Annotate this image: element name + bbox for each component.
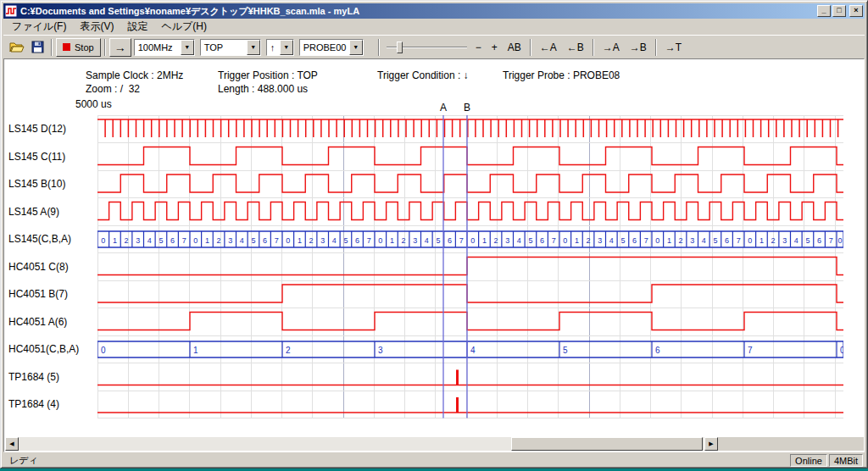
- svg-text:4: 4: [425, 236, 429, 245]
- scrollbar-filler: [718, 437, 864, 451]
- dropdown-arrow-icon[interactable]: ▼: [349, 40, 363, 55]
- svg-text:4: 4: [147, 236, 152, 245]
- menu-item-help[interactable]: ヘルプ(H): [154, 18, 214, 36]
- goto-a-back-button[interactable]: ←A: [535, 39, 562, 56]
- svg-text:3: 3: [320, 236, 325, 245]
- svg-text:7: 7: [829, 236, 833, 245]
- svg-text:6: 6: [170, 236, 175, 245]
- sample-rate-combobox[interactable]: 100MHz ▼: [134, 39, 195, 56]
- svg-text:5: 5: [563, 346, 568, 355]
- svg-text:1: 1: [113, 236, 117, 245]
- svg-text:7: 7: [459, 236, 464, 245]
- svg-text:6: 6: [263, 236, 267, 245]
- close-button[interactable]: ×: [849, 5, 863, 17]
- waveform-area[interactable]: AB 0123456701234567012345670123456701234…: [97, 115, 843, 418]
- goto-b-forward-button[interactable]: →B: [625, 39, 652, 56]
- dropdown-arrow-icon[interactable]: ▼: [280, 40, 293, 55]
- goto-b-back-button[interactable]: ←B: [562, 39, 589, 56]
- zoom-in-button[interactable]: +: [487, 39, 503, 56]
- open-button[interactable]: [7, 38, 27, 57]
- folder-open-icon: [9, 41, 25, 53]
- horizontal-scrollbar[interactable]: ◀ ▶: [5, 437, 718, 451]
- probe-value: PROBE00: [300, 40, 349, 55]
- channel-label: LS145 C(11): [8, 143, 96, 171]
- svg-text:7: 7: [552, 236, 556, 245]
- svg-text:6: 6: [655, 346, 660, 355]
- svg-text:1: 1: [575, 236, 579, 245]
- svg-text:4: 4: [240, 236, 244, 245]
- waveform-row: [97, 175, 843, 192]
- scroll-left-button[interactable]: ◀: [5, 437, 19, 451]
- svg-text:6: 6: [355, 236, 359, 245]
- save-button[interactable]: [27, 38, 47, 57]
- svg-text:1: 1: [667, 236, 671, 245]
- svg-text:6: 6: [725, 236, 729, 245]
- goto-trigger-button[interactable]: →T: [660, 39, 687, 56]
- svg-text:3: 3: [690, 236, 694, 245]
- svg-text:0: 0: [748, 236, 752, 245]
- zoom-out-button[interactable]: −: [470, 39, 487, 56]
- svg-text:4: 4: [609, 236, 614, 245]
- svg-text:1: 1: [482, 236, 487, 245]
- goto-a-forward-button[interactable]: →A: [598, 39, 625, 56]
- waveform-row: [97, 202, 843, 220]
- desktop: { "window": { "title": "C:¥Documents and…: [0, 0, 868, 471]
- titlebar[interactable]: C:¥Documents and Settings¥noname¥デスクトップ¥…: [3, 3, 865, 19]
- svg-text:6: 6: [632, 236, 637, 245]
- menu-item-settings[interactable]: 設定: [120, 18, 154, 36]
- channel-label: LS145 D(12): [8, 115, 96, 143]
- menu-item-view[interactable]: 表示(V): [73, 18, 120, 36]
- run-button[interactable]: →: [109, 38, 131, 57]
- scroll-track[interactable]: [19, 437, 704, 451]
- timebase-label: 5000 us: [75, 98, 112, 110]
- svg-text:0: 0: [101, 346, 106, 355]
- dropdown-arrow-icon[interactable]: ▼: [247, 40, 260, 55]
- svg-text:5: 5: [343, 236, 348, 245]
- svg-text:3: 3: [505, 236, 509, 245]
- maximize-button[interactable]: □: [832, 5, 846, 17]
- app-window: C:¥Documents and Settings¥noname¥デスクトップ¥…: [0, 0, 868, 468]
- zoom-slider[interactable]: [387, 39, 467, 56]
- svg-text:2: 2: [309, 236, 314, 245]
- waveform-row: [97, 397, 843, 413]
- svg-text:5: 5: [805, 236, 810, 245]
- waveform-row: [97, 258, 843, 275]
- svg-text:2: 2: [587, 236, 591, 245]
- svg-text:3: 3: [413, 236, 417, 245]
- marker-label[interactable]: A: [439, 102, 448, 114]
- window-title: C:¥Documents and Settings¥noname¥デスクトップ¥…: [20, 5, 815, 18]
- svg-text:5: 5: [713, 236, 717, 245]
- ab-button[interactable]: AB: [503, 39, 526, 56]
- svg-text:7: 7: [748, 346, 753, 355]
- trigger-edge-combobox[interactable]: ↑ ▼: [266, 39, 294, 56]
- trigger-position-combobox[interactable]: TOP ▼: [200, 39, 261, 56]
- channel-label: TP1684 (4): [8, 391, 96, 418]
- svg-text:3: 3: [378, 346, 383, 355]
- dropdown-arrow-icon[interactable]: ▼: [181, 40, 194, 55]
- svg-text:2: 2: [125, 236, 129, 245]
- scroll-thumb[interactable]: [511, 437, 703, 451]
- marker-label[interactable]: B: [463, 102, 471, 114]
- channel-label: HC4051 C(8): [8, 253, 96, 281]
- scroll-right-button[interactable]: ▶: [704, 437, 718, 451]
- probe-combobox[interactable]: PROBE00 ▼: [299, 39, 364, 56]
- toolbar-separator: [655, 39, 657, 56]
- zoom-slider-thumb[interactable]: [397, 42, 403, 53]
- toolbar-separator: [104, 39, 106, 56]
- toolbar-separator: [530, 39, 531, 56]
- svg-text:1: 1: [205, 236, 209, 245]
- trigger-condition-text: Trigger Condition : ↓: [377, 69, 469, 81]
- trigger-position-value: TOP: [201, 40, 247, 55]
- floppy-disk-icon: [31, 41, 44, 53]
- stop-icon: [63, 43, 70, 51]
- toolbar-separator: [593, 39, 594, 56]
- stop-button-label: Stop: [75, 42, 94, 53]
- minimize-button[interactable]: _: [817, 5, 831, 17]
- stop-button[interactable]: Stop: [56, 38, 101, 57]
- svg-text:6: 6: [448, 236, 452, 245]
- menu-item-file[interactable]: ファイル(F): [5, 18, 73, 36]
- status-ready-text: レディ: [5, 453, 788, 468]
- svg-text:0: 0: [193, 236, 198, 245]
- svg-text:0: 0: [655, 236, 659, 245]
- marker-lines: [443, 115, 467, 418]
